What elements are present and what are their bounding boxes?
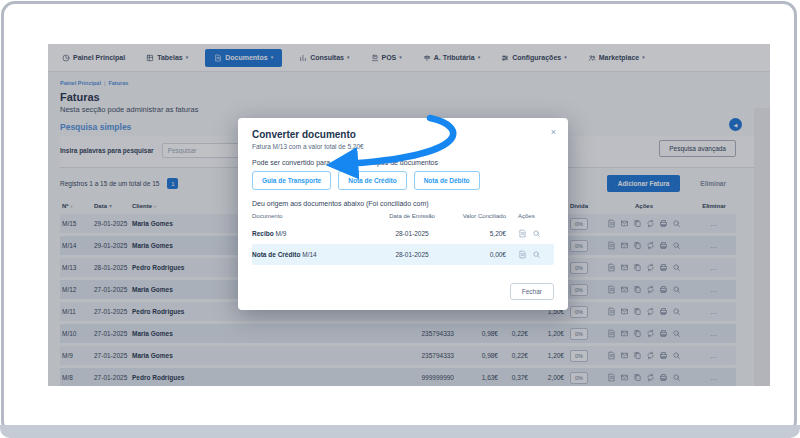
modal-subtitle: Fatura M/13 com a valor total de 5,20€ xyxy=(252,143,554,150)
convert-document-modal: Converter documento × Fatura M/13 com a … xyxy=(238,118,568,310)
app-window: Painel PrincipalTabelas▾Documentos▾Consu… xyxy=(48,44,770,386)
modal-close-button[interactable]: Fechar xyxy=(510,283,554,300)
document-date: 28-01-2025 xyxy=(376,230,448,237)
document-date: 28-01-2025 xyxy=(376,251,448,258)
modal-close-icon[interactable]: × xyxy=(551,127,556,137)
m-header-date: Data de Emissão xyxy=(376,213,448,219)
modal-document-row: Recibo M/928-01-20255,20€ xyxy=(252,223,554,244)
document-type-buttons: Guia de TransporteNota de CréditoNota de… xyxy=(252,171,554,190)
m-header-document: Documento xyxy=(252,213,376,219)
modal-title: Converter documento xyxy=(252,129,554,140)
modal-table-header: Documento Data de Emissão Valor Concilia… xyxy=(252,213,554,223)
m-header-value: Valor Conciliado xyxy=(448,213,514,219)
document-actions xyxy=(514,229,554,238)
type-button-nota-de-cr-dito[interactable]: Nota de Crédito xyxy=(338,171,406,190)
search-icon[interactable] xyxy=(532,250,541,259)
document-icon[interactable] xyxy=(518,250,527,259)
document-name: Recibo M/9 xyxy=(252,230,376,237)
search-icon[interactable] xyxy=(532,229,541,238)
m-header-actions: Ações xyxy=(514,213,554,219)
document-value: 5,20€ xyxy=(448,230,514,237)
modal-description: Pode ser convertido para os seguintes ti… xyxy=(252,159,554,166)
modal-document-row: Nota de Crédito M/1428-01-20250,00€ xyxy=(252,244,554,265)
device-bottom-bar xyxy=(0,425,800,438)
document-actions xyxy=(514,250,554,259)
modal-origin-label: Deu origem aos documentos abaixo (Foi co… xyxy=(252,200,554,207)
document-icon[interactable] xyxy=(518,229,527,238)
type-button-nota-de-d-bito[interactable]: Nota de Débito xyxy=(414,171,480,190)
document-value: 0,00€ xyxy=(448,251,514,258)
document-name: Nota de Crédito M/14 xyxy=(252,251,376,258)
type-button-guia-de-transporte[interactable]: Guia de Transporte xyxy=(252,171,331,190)
